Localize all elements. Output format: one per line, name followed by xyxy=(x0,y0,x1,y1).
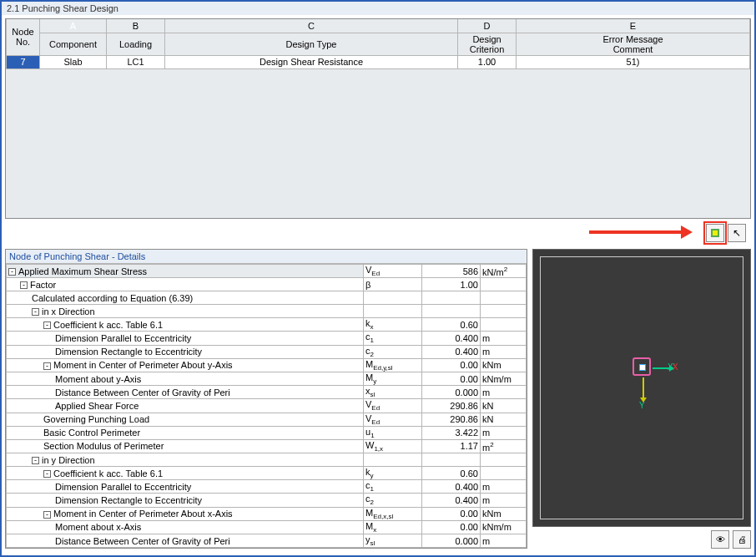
details-symbol: kx xyxy=(364,318,422,332)
details-row[interactable]: -Coefficient k acc. Table 6.1kx0.60 xyxy=(7,318,527,332)
tree-collapse-icon[interactable]: - xyxy=(8,268,16,276)
print-view-button[interactable]: 🖨 xyxy=(733,530,751,549)
details-row[interactable]: Distance Between Center of Gravity of Pe… xyxy=(7,534,527,548)
results-grid[interactable]: NodeNo. A B C D E Component Loading Desi… xyxy=(5,18,751,219)
details-unit: kN xyxy=(481,399,527,413)
details-symbol: My xyxy=(364,372,422,385)
col-header-node-no: NodeNo. xyxy=(7,19,40,55)
col-letter-d[interactable]: D xyxy=(458,19,517,33)
details-value: 0.60 xyxy=(422,467,481,480)
details-symbol xyxy=(364,453,422,467)
details-row[interactable]: Distance Between Center of Gravity of Pe… xyxy=(7,386,527,399)
details-symbol: VEd xyxy=(364,399,422,413)
details-unit: kN/m2 xyxy=(481,265,527,278)
details-value: 0.400 xyxy=(422,494,481,507)
cell-node-no: 7 xyxy=(7,55,40,68)
details-row[interactable]: Dimension Parallel to Eccentricityc10.40… xyxy=(7,332,527,345)
details-unit xyxy=(481,305,527,318)
details-symbol: ky xyxy=(364,467,422,480)
details-label: Dimension Rectangle to Eccentricity xyxy=(7,494,364,507)
details-value: 0.00 xyxy=(422,520,481,534)
details-row[interactable]: -Factorβ1.00 xyxy=(7,278,527,291)
col-letter-b[interactable]: B xyxy=(107,19,165,33)
toggle-visibility-button[interactable]: 👁 xyxy=(711,530,729,549)
details-value: 1.17 xyxy=(422,439,481,453)
details-unit: m2 xyxy=(481,439,527,453)
tree-collapse-icon[interactable]: - xyxy=(32,308,39,316)
details-value xyxy=(422,305,481,318)
details-label: -Applied Maximum Shear Stress xyxy=(7,265,364,278)
col-letter-a[interactable]: A xyxy=(40,19,107,33)
details-row[interactable]: Basic Control Perimeteru13.422m xyxy=(7,426,527,439)
details-symbol: c1 xyxy=(364,480,422,494)
table-row[interactable]: 7 Slab LC1 Design Shear Resistance 1.00 … xyxy=(7,55,750,68)
details-row[interactable]: Applied Shear ForceVEd290.86kN xyxy=(7,399,527,413)
details-value: 0.400 xyxy=(422,332,481,345)
cell-component: Slab xyxy=(40,55,107,68)
panel-title: 2.1 Punching Shear Design xyxy=(2,2,754,15)
col-letter-e[interactable]: E xyxy=(517,19,750,33)
details-label: Distance Between Center of Gravity of Pe… xyxy=(7,534,364,548)
tree-collapse-icon[interactable]: - xyxy=(43,511,51,519)
details-unit: m xyxy=(481,345,527,358)
viewport-3d[interactable]: X' X Y xyxy=(532,249,751,527)
cell-design-type: Design Shear Resistance xyxy=(165,55,458,68)
details-value: 0.00 xyxy=(422,358,481,372)
details-unit: m xyxy=(481,534,527,548)
details-label: Moment about x-Axis xyxy=(7,520,364,534)
view-diagram-button[interactable] xyxy=(706,224,724,242)
details-symbol: VEd xyxy=(364,265,422,278)
details-symbol: xsl xyxy=(364,386,422,399)
callout-arrow xyxy=(589,225,693,239)
details-row[interactable]: -in x Direction xyxy=(7,305,527,318)
details-symbol: β xyxy=(364,278,422,291)
details-symbol xyxy=(364,305,422,318)
details-grid[interactable]: -Applied Maximum Shear StressVEd586kN/m2… xyxy=(6,264,527,548)
details-row[interactable]: -in y Direction xyxy=(7,453,527,467)
col-letter-c[interactable]: C xyxy=(165,19,458,33)
axis-y-icon xyxy=(643,377,644,399)
details-value: 0.000 xyxy=(422,386,481,399)
details-row[interactable]: Dimension Rectangle to Eccentricityc20.4… xyxy=(7,345,527,358)
details-label: -Coefficient k acc. Table 6.1 xyxy=(7,467,364,480)
details-row[interactable]: Calculated according to Equation (6.39) xyxy=(7,291,527,305)
col-header-component: Component xyxy=(40,33,107,55)
cell-error-comment: 51) xyxy=(517,55,750,68)
viewport-frame: X' X Y xyxy=(540,256,743,519)
details-symbol: VEd xyxy=(364,413,422,426)
details-row[interactable]: -Coefficient k acc. Table 6.1ky0.60 xyxy=(7,467,527,480)
details-label: Governing Punching Load xyxy=(7,413,364,426)
details-unit xyxy=(481,291,527,305)
col-header-error-comment: Error MessageComment xyxy=(517,33,750,55)
details-unit: m xyxy=(481,494,527,507)
details-row[interactable]: Dimension Rectangle to Eccentricityc20.4… xyxy=(7,494,527,507)
details-symbol: MEd,x,sl xyxy=(364,507,422,520)
details-row[interactable]: Dimension Parallel to Eccentricityc10.40… xyxy=(7,480,527,494)
details-symbol: c2 xyxy=(364,494,422,507)
details-label: -in x Direction xyxy=(7,305,364,318)
details-label: Dimension Parallel to Eccentricity xyxy=(7,332,364,345)
details-row[interactable]: -Moment in Center of Perimeter About x-A… xyxy=(7,507,527,520)
tree-collapse-icon[interactable]: - xyxy=(43,322,51,329)
tree-collapse-icon[interactable]: - xyxy=(32,457,39,464)
print-icon: 🖨 xyxy=(738,534,747,544)
details-unit: m xyxy=(481,480,527,494)
tree-collapse-icon[interactable]: - xyxy=(43,470,51,478)
details-row[interactable]: -Applied Maximum Shear StressVEd586kN/m2 xyxy=(7,265,527,278)
details-row[interactable]: -Moment in Center of Perimeter About y-A… xyxy=(7,358,527,372)
details-label: Moment about y-Axis xyxy=(7,372,364,385)
pointer-icon: ↖ xyxy=(733,227,741,239)
tree-collapse-icon[interactable]: - xyxy=(43,362,51,370)
details-row[interactable]: Moment about x-AxisMx0.00kNm/m xyxy=(7,520,527,534)
tree-collapse-icon[interactable]: - xyxy=(20,281,28,289)
details-symbol: u1 xyxy=(364,426,422,439)
pick-node-button[interactable]: ↖ xyxy=(728,224,746,242)
details-value xyxy=(422,453,481,467)
details-row[interactable]: Governing Punching LoadVEd290.86kN xyxy=(7,413,527,426)
details-unit: m xyxy=(481,386,527,399)
cell-design-criterion: 1.00 xyxy=(458,55,517,68)
axis-x-label: X xyxy=(673,362,678,372)
details-row[interactable]: Moment about y-AxisMy0.00kNm/m xyxy=(7,372,527,385)
details-title: Node of Punching Shear - Details xyxy=(6,250,527,264)
details-row[interactable]: Section Modulus of PerimeterW1,x1.17m2 xyxy=(7,439,527,453)
